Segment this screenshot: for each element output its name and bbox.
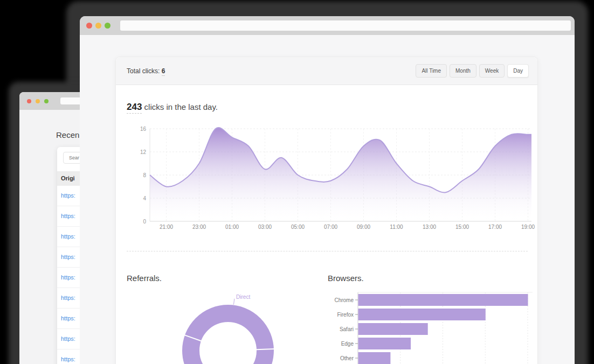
axis-label: 15:00 xyxy=(455,224,469,230)
axis-label: 4 xyxy=(143,195,146,201)
total-clicks-value: 6 xyxy=(162,67,165,76)
total-clicks-label: Total clicks: 6 xyxy=(127,67,165,75)
range-button-all-time[interactable]: All Time xyxy=(416,64,447,78)
range-button-week[interactable]: Week xyxy=(479,64,505,78)
bar-chrome[interactable] xyxy=(358,294,528,306)
category-label: Firefox xyxy=(337,312,354,318)
axis-label: 11:00 xyxy=(390,224,403,230)
close-button-icon[interactable] xyxy=(27,99,31,103)
axis-label: 13:00 xyxy=(423,224,436,230)
section-divider xyxy=(127,251,528,251)
front-browser-window: Total clicks: 6 All TimeMonthWeekDay 243… xyxy=(80,16,575,364)
category-label: Edge xyxy=(341,341,354,347)
address-bar[interactable] xyxy=(120,20,571,31)
minimize-button-icon[interactable] xyxy=(36,99,40,103)
category-label: Other xyxy=(340,355,354,361)
axis-label: 17:00 xyxy=(488,224,502,230)
range-button-day[interactable]: Day xyxy=(507,64,529,78)
browsers-bar-chart[interactable]: ChromeFirefoxSafariEdgeOther xyxy=(328,288,538,364)
bar-firefox[interactable] xyxy=(358,309,486,320)
axis-label: 16 xyxy=(140,126,147,132)
axis-label: 03:00 xyxy=(258,224,272,230)
axis-label: 01:00 xyxy=(225,224,239,230)
range-button-month[interactable]: Month xyxy=(450,64,476,78)
category-label: Chrome xyxy=(334,297,354,303)
label-leader-line xyxy=(233,299,234,305)
referrals-title: Referrals. xyxy=(127,274,162,283)
clicks-count: 243 xyxy=(127,102,142,114)
front-window-titlebar xyxy=(80,16,575,35)
bar-safari[interactable] xyxy=(358,323,428,335)
axis-label: 19:00 xyxy=(521,224,535,230)
clicks-headline-text: clicks in the last day. xyxy=(142,102,218,111)
close-button-icon[interactable] xyxy=(86,23,92,29)
axis-label: 8 xyxy=(143,172,146,178)
axis-label: 07:00 xyxy=(324,224,337,230)
axis-label: 0 xyxy=(143,219,146,225)
minimize-button-icon[interactable] xyxy=(95,23,101,29)
clicks-area-chart[interactable]: 21:0023:0001:0003:0005:0007:0009:0011:00… xyxy=(116,122,538,236)
maximize-button-icon[interactable] xyxy=(105,23,110,29)
total-clicks-text: Total clicks: xyxy=(127,67,160,75)
referrals-donut-chart[interactable]: Direct xyxy=(127,288,321,364)
bar-other[interactable] xyxy=(358,352,391,364)
time-range-button-group: All TimeMonthWeekDay xyxy=(416,64,529,78)
axis-label: 09:00 xyxy=(357,224,370,230)
analytics-card: Total clicks: 6 All TimeMonthWeekDay 243… xyxy=(115,57,538,364)
area-fill xyxy=(150,128,531,221)
recent-links-heading: Recen xyxy=(56,130,79,139)
axis-label: 23:00 xyxy=(192,224,206,230)
axis-label: 21:00 xyxy=(160,224,173,230)
donut-ring xyxy=(191,313,265,364)
bar-edge[interactable] xyxy=(358,338,411,349)
axis-label: 12 xyxy=(140,149,147,155)
category-label: Safari xyxy=(340,326,354,332)
axis-label: 05:00 xyxy=(291,224,305,230)
browsers-title: Browsers. xyxy=(328,274,364,283)
stats-toolbar: Total clicks: 6 All TimeMonthWeekDay xyxy=(116,57,537,85)
maximize-button-icon[interactable] xyxy=(44,99,49,103)
slice-label-direct: Direct xyxy=(236,294,250,300)
clicks-headline: 243 clicks in the last day. xyxy=(127,102,218,113)
slice-separator xyxy=(256,349,274,349)
